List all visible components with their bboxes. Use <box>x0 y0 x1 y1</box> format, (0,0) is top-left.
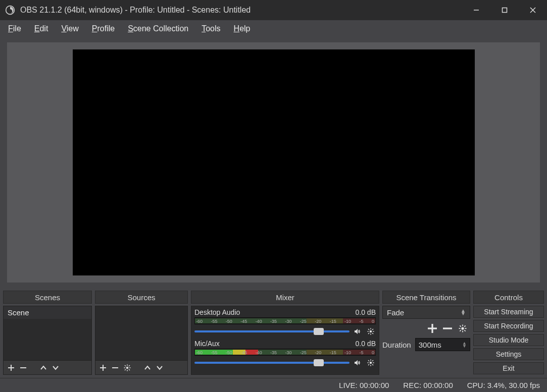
preview-canvas-wrapper <box>7 42 540 283</box>
title-bar: OBS 21.1.2 (64bit, windows) - Profile: U… <box>0 0 547 20</box>
menu-tools[interactable]: Tools <box>195 22 226 35</box>
controls-header: Controls <box>473 291 544 304</box>
transitions-body: Fade ▲▼ Duration 300ms ▲▼ <box>382 306 470 375</box>
scenes-list[interactable]: Scene <box>3 306 92 375</box>
transition-properties-button[interactable] <box>457 323 468 334</box>
mixer-mute-button[interactable] <box>353 326 363 337</box>
minimize-button[interactable] <box>462 0 490 20</box>
status-cpu: CPU: 3.4%, 30.00 fps <box>467 381 540 389</box>
settings-button[interactable]: Settings <box>473 348 544 360</box>
sources-panel: Sources <box>95 291 188 375</box>
transitions-toolbar <box>382 323 470 334</box>
start-recording-button[interactable]: Start Recording <box>473 320 544 332</box>
svg-line-37 <box>368 364 369 365</box>
svg-point-41 <box>461 327 464 329</box>
mixer-settings-button[interactable] <box>366 326 376 337</box>
svg-line-17 <box>129 369 130 370</box>
maximize-button[interactable] <box>490 0 519 20</box>
scene-move-up-button[interactable] <box>39 363 48 372</box>
mixer-meter: -60-55-50-45-40-35-30-25-20-15-10-50 <box>194 317 376 324</box>
mixer-body: Desktop Audio0.0 dB-60-55-50-45-40-35-30… <box>191 306 379 375</box>
scenes-header: Scenes <box>3 291 92 304</box>
mixer-channel-db: 0.0 dB <box>356 308 376 316</box>
transition-duration-field[interactable]: 300ms ▲▼ <box>415 338 470 351</box>
transitions-header: Scene Transitions <box>382 291 470 304</box>
bottom-dock: Scenes Scene Sources <box>0 290 547 378</box>
scene-item[interactable]: Scene <box>4 306 91 319</box>
mixer-panel: Mixer Desktop Audio0.0 dB-60-55-50-45-40… <box>191 291 379 375</box>
status-bar: LIVE: 00:00:00 REC: 00:00:00 CPU: 3.4%, … <box>0 378 547 392</box>
exit-button[interactable]: Exit <box>473 362 544 374</box>
mixer-settings-button[interactable] <box>366 358 376 368</box>
svg-point-29 <box>370 362 372 364</box>
svg-line-16 <box>125 365 126 366</box>
controls-body: Start Streaming Start Recording Studio M… <box>473 306 544 374</box>
svg-line-25 <box>368 329 369 330</box>
start-streaming-button[interactable]: Start Streaming <box>473 306 544 318</box>
svg-line-27 <box>372 329 373 330</box>
mixer-header: Mixer <box>191 291 379 304</box>
svg-line-18 <box>129 365 130 366</box>
svg-point-20 <box>370 330 372 333</box>
transition-select[interactable]: Fade ▲▼ <box>382 306 470 319</box>
svg-point-11 <box>126 366 129 369</box>
mixer-volume-slider[interactable] <box>194 362 350 364</box>
sources-toolbar <box>95 360 187 374</box>
svg-line-28 <box>368 333 369 334</box>
studio-mode-button[interactable]: Studio Mode <box>473 334 544 346</box>
chevron-updown-icon: ▲▼ <box>461 309 466 315</box>
mixer-channel-db: 0.0 dB <box>356 340 376 348</box>
transition-duration-value: 300ms <box>419 341 441 349</box>
svg-line-34 <box>368 360 369 361</box>
remove-source-button[interactable] <box>111 363 120 372</box>
svg-line-49 <box>460 330 461 331</box>
svg-line-36 <box>372 360 373 361</box>
close-button[interactable] <box>519 0 547 20</box>
remove-scene-button[interactable] <box>19 363 28 372</box>
mixer-channel: Desktop Audio0.0 dB-60-55-50-45-40-35-30… <box>194 308 376 337</box>
svg-line-26 <box>372 333 373 334</box>
mixer-channel-name: Desktop Audio <box>194 308 240 316</box>
mixer-channel: Mic/Aux0.0 dB-60-55-50-45-40-35-30-25-20… <box>194 340 376 368</box>
preview-area <box>0 37 547 290</box>
scenes-panel: Scenes Scene <box>3 291 92 375</box>
transition-select-value: Fade <box>387 308 404 317</box>
remove-transition-button[interactable] <box>442 323 453 334</box>
transitions-panel: Scene Transitions Fade ▲▼ Duration 300ms… <box>382 291 470 375</box>
mixer-volume-slider[interactable] <box>194 330 350 332</box>
menu-profile[interactable]: Profile <box>86 22 121 35</box>
menu-scene-collection[interactable]: Scene Collection <box>122 22 194 35</box>
source-move-down-button[interactable] <box>155 363 164 372</box>
status-rec: REC: 00:00:00 <box>403 381 453 389</box>
svg-rect-2 <box>503 8 507 13</box>
spinner-icon[interactable]: ▲▼ <box>462 342 467 348</box>
controls-panel: Controls Start Streaming Start Recording… <box>473 291 544 375</box>
transition-duration-label: Duration <box>382 341 411 349</box>
svg-line-19 <box>125 369 126 370</box>
sources-list[interactable] <box>95 306 188 375</box>
mixer-channel-name: Mic/Aux <box>194 340 220 348</box>
menu-help[interactable]: Help <box>228 22 257 35</box>
sources-header: Sources <box>95 291 188 304</box>
source-move-up-button[interactable] <box>143 363 152 372</box>
mixer-mute-button[interactable] <box>353 358 363 368</box>
menu-file[interactable]: File <box>2 22 27 35</box>
add-scene-button[interactable] <box>7 363 16 372</box>
status-live: LIVE: 00:00:00 <box>339 381 389 389</box>
scene-move-down-button[interactable] <box>51 363 60 372</box>
svg-line-35 <box>372 364 373 365</box>
scenes-toolbar <box>4 360 91 374</box>
window-title: OBS 21.1.2 (64bit, windows) - Profile: U… <box>20 6 462 15</box>
preview-canvas[interactable] <box>73 49 475 275</box>
svg-line-47 <box>464 330 465 331</box>
source-properties-button[interactable] <box>123 363 132 372</box>
add-source-button[interactable] <box>98 363 108 372</box>
mixer-meter: -60-55-50-45-40-35-30-25-20-15-10-50 <box>194 349 376 356</box>
add-transition-button[interactable] <box>427 323 438 334</box>
transition-duration-row: Duration 300ms ▲▼ <box>382 338 470 351</box>
menu-bar: File Edit View Profile Scene Collection … <box>0 20 547 37</box>
menu-edit[interactable]: Edit <box>28 22 55 35</box>
menu-view[interactable]: View <box>55 22 84 35</box>
svg-line-48 <box>464 325 465 326</box>
svg-line-46 <box>460 325 461 326</box>
